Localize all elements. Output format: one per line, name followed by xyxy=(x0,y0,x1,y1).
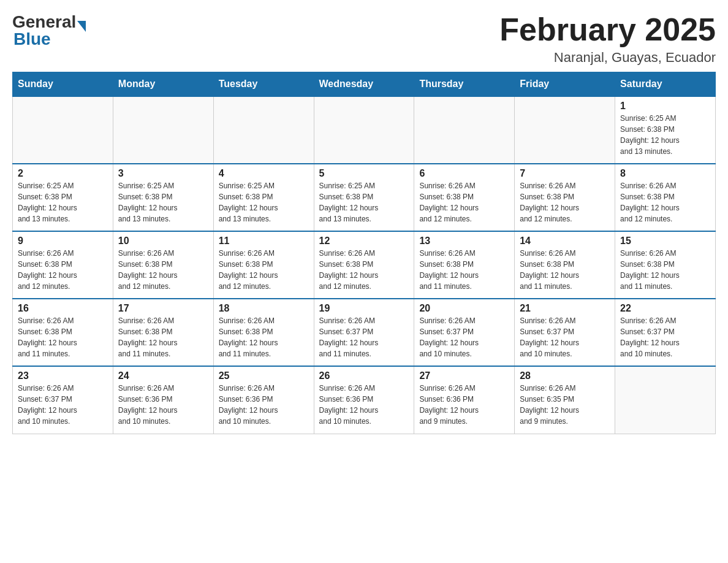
calendar-cell: 17Sunrise: 6:26 AMSunset: 6:38 PMDayligh… xyxy=(113,299,213,366)
calendar-cell: 19Sunrise: 6:26 AMSunset: 6:37 PMDayligh… xyxy=(314,299,414,366)
day-info: Sunrise: 6:26 AMSunset: 6:38 PMDaylight:… xyxy=(219,315,309,359)
day-number: 16 xyxy=(18,303,108,314)
day-info: Sunrise: 6:25 AMSunset: 6:38 PMDaylight:… xyxy=(118,180,208,224)
day-number: 4 xyxy=(219,168,309,179)
weekday-header-saturday: Saturday xyxy=(615,72,716,97)
calendar-cell: 12Sunrise: 6:26 AMSunset: 6:38 PMDayligh… xyxy=(314,231,414,299)
calendar-cell xyxy=(113,96,213,164)
weekday-header-wednesday: Wednesday xyxy=(314,72,414,97)
day-info: Sunrise: 6:26 AMSunset: 6:38 PMDaylight:… xyxy=(319,248,409,292)
calendar-cell: 20Sunrise: 6:26 AMSunset: 6:37 PMDayligh… xyxy=(414,299,515,366)
day-info: Sunrise: 6:26 AMSunset: 6:36 PMDaylight:… xyxy=(319,383,409,427)
calendar-cell: 22Sunrise: 6:26 AMSunset: 6:37 PMDayligh… xyxy=(615,299,716,366)
day-info: Sunrise: 6:26 AMSunset: 6:35 PMDaylight:… xyxy=(520,383,610,427)
day-info: Sunrise: 6:26 AMSunset: 6:36 PMDaylight:… xyxy=(118,383,208,427)
day-number: 14 xyxy=(520,236,610,247)
day-number: 10 xyxy=(118,236,208,247)
day-info: Sunrise: 6:26 AMSunset: 6:38 PMDaylight:… xyxy=(118,248,208,292)
day-number: 8 xyxy=(620,168,710,179)
day-number: 9 xyxy=(18,236,108,247)
day-number: 3 xyxy=(118,168,208,179)
weekday-header-thursday: Thursday xyxy=(414,72,515,97)
calendar-cell xyxy=(515,96,615,164)
page-header: General Blue February 2025 Naranjal, Gua… xyxy=(12,12,716,66)
day-number: 19 xyxy=(319,303,409,314)
calendar-cell: 14Sunrise: 6:26 AMSunset: 6:38 PMDayligh… xyxy=(515,231,615,299)
day-info: Sunrise: 6:25 AMSunset: 6:38 PMDaylight:… xyxy=(18,180,108,224)
day-info: Sunrise: 6:26 AMSunset: 6:38 PMDaylight:… xyxy=(118,315,208,359)
day-number: 25 xyxy=(219,370,309,381)
title-block: February 2025 Naranjal, Guayas, Ecuador xyxy=(499,12,716,66)
day-number: 5 xyxy=(319,168,409,179)
calendar-cell: 2Sunrise: 6:25 AMSunset: 6:38 PMDaylight… xyxy=(13,164,113,231)
location-title: Naranjal, Guayas, Ecuador xyxy=(499,50,716,66)
calendar-week-5: 23Sunrise: 6:26 AMSunset: 6:37 PMDayligh… xyxy=(13,366,716,434)
calendar-cell xyxy=(615,366,716,434)
calendar-cell: 3Sunrise: 6:25 AMSunset: 6:38 PMDaylight… xyxy=(113,164,213,231)
calendar-cell: 27Sunrise: 6:26 AMSunset: 6:36 PMDayligh… xyxy=(414,366,515,434)
day-number: 20 xyxy=(419,303,509,314)
day-number: 11 xyxy=(219,236,309,247)
calendar-cell: 7Sunrise: 6:26 AMSunset: 6:38 PMDaylight… xyxy=(515,164,615,231)
calendar-cell: 8Sunrise: 6:26 AMSunset: 6:38 PMDaylight… xyxy=(615,164,716,231)
calendar-cell: 15Sunrise: 6:26 AMSunset: 6:38 PMDayligh… xyxy=(615,231,716,299)
day-number: 21 xyxy=(520,303,610,314)
calendar-header-row: SundayMondayTuesdayWednesdayThursdayFrid… xyxy=(13,72,716,97)
day-number: 28 xyxy=(520,370,610,381)
day-number: 17 xyxy=(118,303,208,314)
calendar-cell: 10Sunrise: 6:26 AMSunset: 6:38 PMDayligh… xyxy=(113,231,213,299)
weekday-header-sunday: Sunday xyxy=(13,72,113,97)
calendar-cell: 9Sunrise: 6:26 AMSunset: 6:38 PMDaylight… xyxy=(13,231,113,299)
day-number: 2 xyxy=(18,168,108,179)
day-info: Sunrise: 6:26 AMSunset: 6:38 PMDaylight:… xyxy=(520,248,610,292)
day-info: Sunrise: 6:26 AMSunset: 6:38 PMDaylight:… xyxy=(18,248,108,292)
calendar-table: SundayMondayTuesdayWednesdayThursdayFrid… xyxy=(12,72,716,434)
day-number: 6 xyxy=(419,168,509,179)
calendar-cell: 18Sunrise: 6:26 AMSunset: 6:38 PMDayligh… xyxy=(213,299,314,366)
weekday-header-friday: Friday xyxy=(515,72,615,97)
calendar-week-3: 9Sunrise: 6:26 AMSunset: 6:38 PMDaylight… xyxy=(13,231,716,299)
calendar-week-1: 1Sunrise: 6:25 AMSunset: 6:38 PMDaylight… xyxy=(13,96,716,164)
day-info: Sunrise: 6:26 AMSunset: 6:38 PMDaylight:… xyxy=(520,180,610,224)
calendar-week-2: 2Sunrise: 6:25 AMSunset: 6:38 PMDaylight… xyxy=(13,164,716,231)
day-number: 12 xyxy=(319,236,409,247)
calendar-cell: 21Sunrise: 6:26 AMSunset: 6:37 PMDayligh… xyxy=(515,299,615,366)
logo-blue-text: Blue xyxy=(13,29,51,49)
calendar-cell: 24Sunrise: 6:26 AMSunset: 6:36 PMDayligh… xyxy=(113,366,213,434)
day-info: Sunrise: 6:26 AMSunset: 6:38 PMDaylight:… xyxy=(18,315,108,359)
day-number: 18 xyxy=(219,303,309,314)
weekday-header-monday: Monday xyxy=(113,72,213,97)
calendar-cell: 25Sunrise: 6:26 AMSunset: 6:36 PMDayligh… xyxy=(213,366,314,434)
day-info: Sunrise: 6:26 AMSunset: 6:38 PMDaylight:… xyxy=(620,248,710,292)
day-info: Sunrise: 6:26 AMSunset: 6:37 PMDaylight:… xyxy=(319,315,409,359)
day-info: Sunrise: 6:26 AMSunset: 6:36 PMDaylight:… xyxy=(419,383,509,427)
day-info: Sunrise: 6:26 AMSunset: 6:36 PMDaylight:… xyxy=(219,383,309,427)
day-info: Sunrise: 6:26 AMSunset: 6:38 PMDaylight:… xyxy=(620,180,710,224)
calendar-week-4: 16Sunrise: 6:26 AMSunset: 6:38 PMDayligh… xyxy=(13,299,716,366)
calendar-cell: 5Sunrise: 6:25 AMSunset: 6:38 PMDaylight… xyxy=(314,164,414,231)
calendar-cell: 28Sunrise: 6:26 AMSunset: 6:35 PMDayligh… xyxy=(515,366,615,434)
calendar-cell: 26Sunrise: 6:26 AMSunset: 6:36 PMDayligh… xyxy=(314,366,414,434)
month-title: February 2025 xyxy=(499,12,716,47)
calendar-cell: 23Sunrise: 6:26 AMSunset: 6:37 PMDayligh… xyxy=(13,366,113,434)
day-info: Sunrise: 6:26 AMSunset: 6:37 PMDaylight:… xyxy=(520,315,610,359)
calendar-cell: 11Sunrise: 6:26 AMSunset: 6:38 PMDayligh… xyxy=(213,231,314,299)
day-number: 24 xyxy=(118,370,208,381)
calendar-cell xyxy=(13,96,113,164)
day-number: 22 xyxy=(620,303,710,314)
day-info: Sunrise: 6:25 AMSunset: 6:38 PMDaylight:… xyxy=(620,113,710,157)
day-info: Sunrise: 6:25 AMSunset: 6:38 PMDaylight:… xyxy=(219,180,309,224)
calendar-cell xyxy=(414,96,515,164)
calendar-cell: 1Sunrise: 6:25 AMSunset: 6:38 PMDaylight… xyxy=(615,96,716,164)
day-number: 26 xyxy=(319,370,409,381)
day-info: Sunrise: 6:26 AMSunset: 6:38 PMDaylight:… xyxy=(419,180,509,224)
day-number: 7 xyxy=(520,168,610,179)
logo: General Blue xyxy=(12,12,86,49)
day-info: Sunrise: 6:26 AMSunset: 6:37 PMDaylight:… xyxy=(419,315,509,359)
calendar-cell xyxy=(213,96,314,164)
day-number: 27 xyxy=(419,370,509,381)
day-info: Sunrise: 6:25 AMSunset: 6:38 PMDaylight:… xyxy=(319,180,409,224)
day-info: Sunrise: 6:26 AMSunset: 6:37 PMDaylight:… xyxy=(620,315,710,359)
day-number: 23 xyxy=(18,370,108,381)
calendar-cell: 4Sunrise: 6:25 AMSunset: 6:38 PMDaylight… xyxy=(213,164,314,231)
